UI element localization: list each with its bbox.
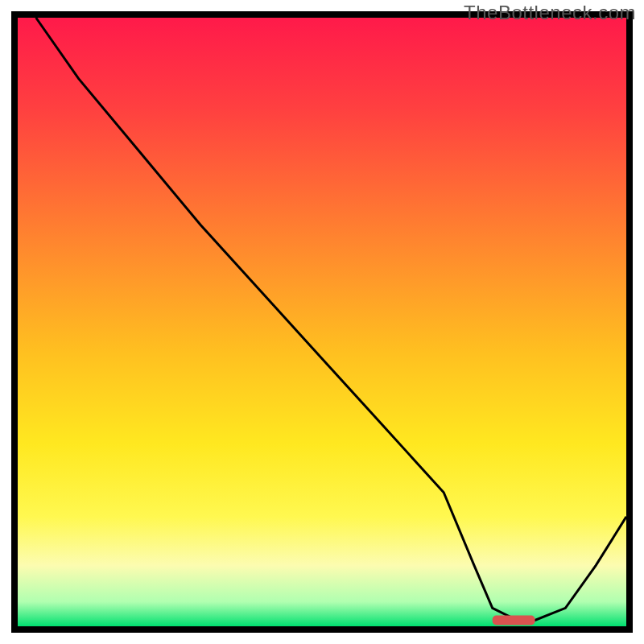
watermark-text: TheBottleneck.com: [464, 2, 636, 24]
bottleneck-chart: TheBottleneck.com: [0, 0, 644, 644]
optimal-range-marker: [493, 615, 535, 625]
chart-svg: [0, 0, 644, 644]
plot-background: [18, 18, 626, 626]
